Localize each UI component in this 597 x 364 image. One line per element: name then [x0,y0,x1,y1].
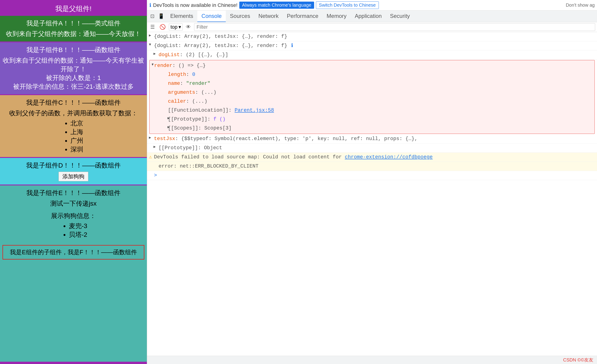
render-block: ▼ render: () => {…} length: 0 name: "ren… [149,60,595,134]
warning-line: ⚠ DevTools failed to load source map: Co… [147,153,597,162]
tab-application[interactable]: Application [351,11,386,22]
console-line: ▶ [[Prototype]]: Object [147,144,597,153]
child-a-data: 收到来自于父组件的数据：通知——今天放假！ [0,30,147,38]
console-line: ▶ [[Scopes]]: Scopes[3] [152,124,592,133]
child-a-title: 我是子组件A！！！——类式组件 [0,19,147,28]
add-dog-button[interactable]: 添加狗狗 [58,172,88,181]
bottom-bar: CSDN ©©友友 [147,356,597,364]
expand-icon[interactable]: ▶ [167,124,170,130]
child-b-title: 我是子组件B！！！——函数组件 [0,46,147,54]
expand-icon[interactable]: ▼ [152,62,154,67]
function-location-link[interactable]: Parent.jsx:58 [235,107,274,113]
match-language-button[interactable]: Always match Chrome's language [239,2,314,9]
info-icon: ℹ [149,2,151,8]
list-item: 上海 [71,128,83,136]
child-e-dogs: 麦兜-3 贝塔-2 [60,222,87,239]
sidebar-toggle-icon[interactable]: ☰ [149,24,156,30]
dropdown-arrow-icon: ▾ [179,24,181,30]
list-item: 广州 [71,136,83,145]
console-line: arguments: (...) [152,88,592,97]
tab-console[interactable]: Console [197,11,226,22]
child-e-jsx: 测试一下传递jsx [0,199,147,208]
console-line: caller: (...) [152,97,592,106]
info-badge: ℹ [291,43,293,49]
source-map-link[interactable]: chrome-extension://cofdbpoege [345,154,433,160]
console-line: length: 0 [152,70,592,79]
expand-icon[interactable]: ▼ [149,42,151,47]
devtools-icon-cursor[interactable]: ⊡ [149,11,156,21]
console-line: [[FunctionLocation]]: Parent.jsx:58 [152,106,592,115]
context-selector[interactable]: top ▾ [169,23,183,31]
devtools-notification: ℹ DevTools is now available in Chinese! … [147,0,597,11]
expand-icon[interactable]: ▶ [154,144,156,150]
child-f: 我是E组件的子组件，我是F！！！——函数组件 [2,245,144,259]
child-b-data2: 被开除的人数是：1 [0,74,147,82]
console-line: ▶ testJsx: {$$typeof: Symbol(react.eleme… [147,134,597,144]
filter-input[interactable] [194,23,595,31]
console-output: ▶ {dogList: Array(2), testJsx: {…}, rend… [147,32,597,356]
devtools-tabs: ⊡ 📱 Elements Console Sources Network Per… [147,11,597,22]
devtools-icon-responsive[interactable]: 📱 [156,11,166,21]
child-e: 我是子组件E！！！——函数组件 测试一下传递jsx 展示狗狗信息： 麦兜-3 贝… [0,185,147,362]
expand-icon[interactable]: ▶ [149,135,151,141]
child-c-title: 我是子组件C！！！——函数组件 [2,98,145,107]
tab-elements[interactable]: Elements [166,11,197,22]
expand-icon[interactable]: ▶ [154,51,156,57]
devtools-panel: ℹ DevTools is now available in Chinese! … [147,0,597,364]
warning-subline: error: net::ERR_BLOCKED_BY_CLIENT [147,162,597,171]
child-b-data1: 收到来自于父组件的数据：通知——今天有学生被开除了！ [0,56,147,74]
list-item: 深圳 [71,145,83,154]
console-line: ▼ render: () => {…} [152,61,592,70]
child-c-data: 收到父传子的函数，并调用函数获取了数据： [2,109,145,118]
tab-performance[interactable]: Performance [283,11,322,22]
child-c: 我是子组件C！！！——函数组件 收到父传子的函数，并调用函数获取了数据： 北京 … [0,95,147,157]
console-line: ▶ {dogList: Array(2), testJsx: {…}, rend… [147,32,597,41]
warning-icon: ⚠ [149,153,152,161]
tab-sources[interactable]: Sources [226,11,254,22]
expand-icon[interactable]: ▶ [167,115,170,121]
console-line: ▶ [[Prototype]]: f () [152,115,592,124]
console-prompt[interactable]: > [147,171,597,180]
top-label: top [171,24,178,30]
expand-icon[interactable]: ▶ [149,33,151,38]
eye-icon[interactable]: 👁 [184,24,192,30]
console-toolbar: ☰ 🚫 top ▾ 👁 [147,22,597,32]
console-line: name: "render" [152,79,592,88]
clear-console-icon[interactable]: 🚫 [158,24,167,30]
notification-text: DevTools is now available in Chinese! [153,2,237,8]
child-b: 我是子组件B！！！——函数组件 收到来自于父组件的数据：通知——今天有学生被开除… [0,42,147,94]
csdn-logo: CSDN ©©友友 [563,357,593,363]
tab-memory[interactable]: Memory [322,11,351,22]
child-d-title: 我是子组件D！！！——函数组件 [0,161,147,170]
prompt-icon: > [154,173,157,178]
tab-security[interactable]: Security [386,11,414,22]
child-b-data3: 被开除学生的信息：张三-21-逃课次数过多 [0,82,147,91]
child-e-title: 我是子组件E！！！——函数组件 [0,189,147,197]
console-line: ▶ dogList: (2) [{…}, {…}] [147,50,597,60]
switch-language-button[interactable]: Switch DevTools to Chinese [316,1,379,9]
parent-title: 我是父组件! [0,2,147,16]
list-item: 麦兜-3 [69,222,87,230]
list-item: 北京 [71,119,83,128]
child-e-dog-list-title: 展示狗狗信息： [0,212,147,220]
child-a: 我是子组件A！！！——类式组件 收到来自于父组件的数据：通知——今天放假！ [0,16,147,41]
tab-network[interactable]: Network [254,11,283,22]
child-c-cities: 北京 上海 广州 深圳 [63,119,83,154]
left-panel: 我是父组件! 我是子组件A！！！——类式组件 收到来自于父组件的数据：通知——今… [0,0,147,364]
console-line: ▼ {dogList: Array(2), testJsx: {…}, rend… [147,41,597,50]
list-item: 贝塔-2 [69,230,87,239]
child-d: 我是子组件D！！！——函数组件 添加狗狗 [0,158,147,184]
dont-show-text[interactable]: Don't show ag [566,2,595,8]
